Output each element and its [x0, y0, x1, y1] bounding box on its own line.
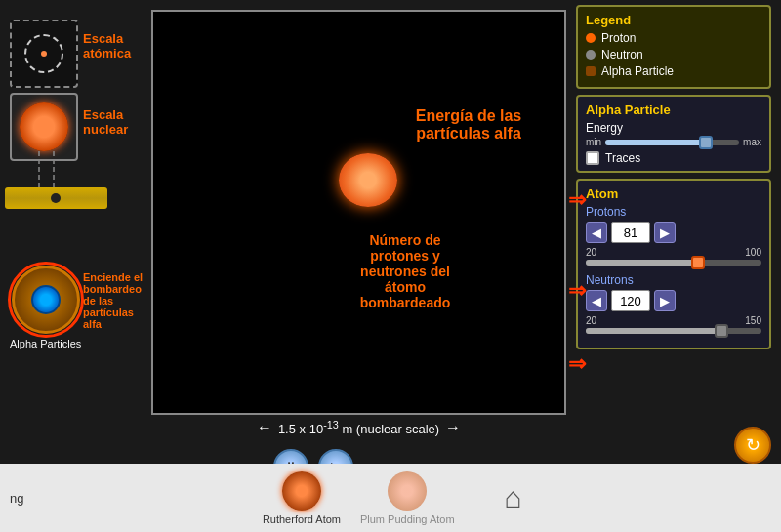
neutron-stepper-row: ◀ 120 ▶ [586, 290, 761, 311]
nuclear-scale-label: Escala nuclear [83, 107, 146, 137]
cannon-ring [8, 262, 84, 338]
gold-foil [5, 187, 107, 209]
energy-slider-row: min max [586, 137, 761, 147]
energy-slider-thumb[interactable] [699, 136, 713, 149]
cannon-button[interactable] [12, 266, 80, 334]
atom-title: Atom [586, 186, 761, 201]
neutron-value: 120 [611, 290, 650, 311]
alpha-particle-title: Alpha Particle [586, 102, 761, 117]
neutron-dot [586, 50, 596, 60]
alpha-dot [586, 66, 596, 76]
rutherford-label: Rutherford Atom [263, 513, 341, 525]
neutron-slider-fill [586, 328, 721, 334]
neutron-increment-button[interactable]: ▶ [654, 290, 676, 311]
legend-alpha: Alpha Particle [586, 64, 761, 78]
legend-neutron: Neutron [586, 48, 761, 61]
energy-alpha-label: Energía de las partículas alfa [410, 107, 527, 143]
nuclear-scale-nucleus [20, 102, 68, 151]
scale-left-arrow: ← [257, 419, 272, 436]
proton-dot [586, 33, 596, 43]
neutron-range-labels: 20 150 [586, 315, 761, 326]
energy-row-label: Energy [586, 121, 761, 135]
scale-bar-area: ← 1.5 x 10-13 m (nuclear scale) → [151, 415, 566, 436]
energy-max-label: max [743, 137, 761, 147]
refresh-button[interactable]: ↻ [734, 427, 771, 464]
proton-slider-track [586, 260, 761, 266]
atomic-scale-box [10, 20, 78, 88]
atom-box: Atom Protons ◀ 81 ▶ 20 100 Neutrons ◀ 12… [576, 179, 771, 349]
right-panel: Legend Proton Neutron Alpha Particle Alp… [576, 5, 771, 349]
atomic-scale-label: Escala atómica [83, 31, 146, 61]
alpha-particle-box: Alpha Particle Energy min max Traces [576, 95, 771, 173]
proton-arrow: ⇒ [568, 278, 586, 304]
legend-box: Legend Proton Neutron Alpha Particle [576, 5, 771, 89]
legend-title: Legend [586, 13, 761, 27]
scale-text: 1.5 x 10-13 m (nuclear scale) [278, 419, 439, 436]
traces-checkbox[interactable] [586, 151, 599, 165]
bottom-bar: ng Rutherford Atom Plum Pudding Atom ⌂ [0, 464, 781, 532]
cannon-area: Alpha Particles [10, 266, 81, 349]
energy-slider-fill [605, 140, 706, 145]
tab-home[interactable]: ⌂ [474, 481, 553, 514]
bottom-left-text: ng [10, 491, 23, 506]
fire-label: Enciende el bombardeo de las partículas … [83, 271, 151, 330]
protons-label: Protons [586, 205, 761, 219]
traces-arrow: ⇒ [568, 187, 586, 213]
tab-rutherford[interactable]: Rutherford Atom [263, 471, 341, 525]
traces-row: Traces [586, 151, 761, 165]
neutron-slider-thumb[interactable] [715, 324, 728, 338]
neutron-slider-track [586, 328, 761, 334]
proton-decrement-button[interactable]: ◀ [586, 222, 607, 243]
cannon-label: Alpha Particles [10, 338, 81, 349]
atomic-scale-atom [24, 34, 63, 73]
plum-pudding-label: Plum Pudding Atom [360, 513, 455, 525]
energy-min-label: min [586, 137, 601, 147]
legend-proton: Proton [586, 31, 761, 45]
proton-slider-thumb[interactable] [691, 256, 705, 269]
tab-plum-pudding[interactable]: Plum Pudding Atom [360, 471, 455, 525]
simulation-area [151, 10, 566, 415]
plum-pudding-icon [388, 471, 427, 511]
proton-legend-label: Proton [601, 31, 636, 45]
neutrons-label: Neutrons [586, 273, 761, 287]
traces-label: Traces [605, 151, 640, 165]
neutron-decrement-button[interactable]: ◀ [586, 290, 607, 311]
proton-neutron-sim-label: Número de protones y neutrones del átomo… [342, 232, 469, 310]
proton-range-labels: 20 100 [586, 247, 761, 258]
neutron-arrow: ⇒ [568, 351, 586, 377]
proton-increment-button[interactable]: ▶ [654, 222, 676, 243]
neutron-legend-label: Neutron [601, 48, 643, 61]
gold-foil-dot [51, 193, 61, 203]
nuclear-scale-box [10, 93, 78, 161]
proton-slider-fill [586, 260, 698, 266]
proton-value: 81 [611, 222, 650, 243]
sim-nucleus [339, 153, 397, 207]
alpha-legend-label: Alpha Particle [601, 64, 674, 78]
proton-stepper-row: ◀ 81 ▶ [586, 222, 761, 243]
home-icon: ⌂ [505, 481, 522, 514]
rutherford-icon [282, 471, 321, 511]
scale-right-arrow: → [445, 419, 461, 436]
energy-slider-track [605, 140, 739, 145]
